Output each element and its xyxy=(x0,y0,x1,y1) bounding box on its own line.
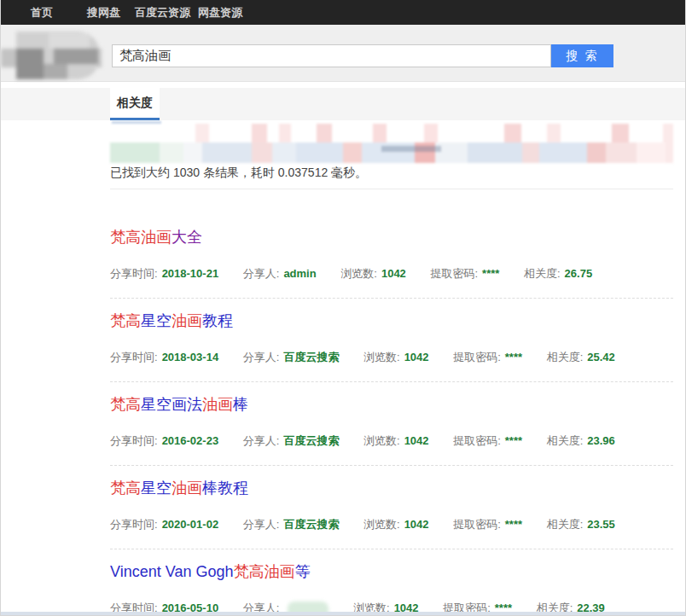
relevance-label: 相关度: xyxy=(547,351,584,363)
title-segment: 梵高 xyxy=(110,396,141,413)
password-group: 提取密码:**** xyxy=(453,351,522,363)
relevance-value: 23.55 xyxy=(587,518,615,531)
title-segment: 梵高 xyxy=(110,479,141,497)
title-segment: 油画 xyxy=(172,479,202,497)
result-title-link[interactable]: 梵高星空画法油画棒 xyxy=(110,396,248,413)
views-group: 浏览数:1042 xyxy=(363,434,429,447)
password-group: 提取密码:**** xyxy=(430,267,499,280)
views-value: 1042 xyxy=(404,434,429,447)
relevance-value: 26.75 xyxy=(565,267,593,280)
share-time-value: 2016-02-23 xyxy=(162,434,219,447)
views-label: 浏览数: xyxy=(340,267,377,280)
nav-item-home[interactable]: 首页 xyxy=(31,5,53,20)
result-item: 梵高油画大全 分享时间:2018-10-21 分享人:admin 浏览数:104… xyxy=(110,215,673,299)
nav-item-baidu-resources[interactable]: 百度云资源 xyxy=(135,5,190,20)
title-segment: 星空画法 xyxy=(141,396,202,413)
password-group: 提取密码:**** xyxy=(453,434,522,447)
password-label: 提取密码: xyxy=(453,434,501,447)
ad-banner-blurred[interactable] xyxy=(110,124,673,163)
relevance-group: 相关度:23.55 xyxy=(547,518,615,531)
result-item: 梵高星空油画教程 分享时间:2018-03-14 分享人:百度云搜索 浏览数:1… xyxy=(110,299,673,382)
password-label: 提取密码: xyxy=(430,267,478,280)
title-segment: 教程 xyxy=(202,312,233,329)
password-value: **** xyxy=(505,351,522,363)
share-time-label: 分享时间: xyxy=(110,267,158,280)
tab-strip: 相关度 xyxy=(1,88,685,120)
title-segment: 等 xyxy=(294,563,310,580)
result-title: 梵高油画大全 xyxy=(110,227,673,247)
share-time-group: 分享时间:2020-01-02 xyxy=(110,518,218,531)
result-title: 梵高星空画法油画棒 xyxy=(110,394,673,415)
summary-divider xyxy=(110,189,673,189)
views-value: 1042 xyxy=(404,351,429,363)
title-segment: 星空 xyxy=(141,312,172,329)
views-group: 浏览数:1042 xyxy=(340,267,406,280)
result-title-link[interactable]: 梵高星空油画教程 xyxy=(110,312,233,329)
share-time-group: 分享时间:2018-03-14 xyxy=(110,351,218,363)
tab-relevance[interactable]: 相关度 xyxy=(110,88,160,120)
result-title: Vincent Van Gogh梵高油画等 xyxy=(110,561,673,582)
sharer-group: 分享人:百度云搜索 xyxy=(243,518,340,531)
result-title-link[interactable]: Vincent Van Gogh梵高油画等 xyxy=(110,563,310,580)
result-item: 梵高星空油画棒教程 分享时间:2020-01-02 分享人:百度云搜索 浏览数:… xyxy=(110,466,673,549)
result-title-link[interactable]: 梵高油画大全 xyxy=(110,229,202,246)
result-meta: 分享时间:2018-10-21 分享人:admin 浏览数:1042 提取密码:… xyxy=(110,266,673,298)
password-label: 提取密码: xyxy=(453,351,501,363)
results-list: 梵高油画大全 分享时间:2018-10-21 分享人:admin 浏览数:104… xyxy=(110,215,673,616)
search-header: 搜 索 xyxy=(1,25,685,82)
ad-text-smudge xyxy=(381,146,441,152)
nav-item-search-pan[interactable]: 搜网盘 xyxy=(87,5,120,20)
share-time-group: 分享时间:2016-02-23 xyxy=(110,434,218,447)
password-label: 提取密码: xyxy=(453,518,501,531)
title-segment: 棒 xyxy=(233,396,248,413)
relevance-group: 相关度:23.96 xyxy=(547,434,615,447)
sharer-group: 分享人:百度云搜索 xyxy=(243,351,340,363)
title-segment: 大全 xyxy=(172,229,202,246)
views-group: 浏览数:1042 xyxy=(363,518,429,531)
search-button[interactable]: 搜 索 xyxy=(551,44,613,67)
views-group: 浏览数:1042 xyxy=(363,351,429,363)
result-title: 梵高星空油画教程 xyxy=(110,311,673,331)
title-segment: 油画 xyxy=(202,396,233,413)
result-title-link[interactable]: 梵高星空油画棒教程 xyxy=(110,479,248,497)
site-logo-blurred[interactable] xyxy=(1,32,103,80)
views-value: 1042 xyxy=(404,518,429,531)
share-time-group: 分享时间:2018-10-21 xyxy=(110,267,218,280)
result-item: 梵高星空画法油画棒 分享时间:2016-02-23 分享人:百度云搜索 浏览数:… xyxy=(110,382,673,466)
views-value: 1042 xyxy=(381,267,406,280)
sharer-label: 分享人: xyxy=(243,518,280,531)
sharer-label: 分享人: xyxy=(243,351,280,363)
relevance-group: 相关度:25.42 xyxy=(547,351,615,363)
result-meta: 分享时间:2018-03-14 分享人:百度云搜索 浏览数:1042 提取密码:… xyxy=(110,350,673,381)
share-time-value: 2018-03-14 xyxy=(162,351,219,363)
share-time-value: 2020-01-02 xyxy=(162,518,219,531)
search-input[interactable] xyxy=(112,44,551,67)
sharer-value: admin xyxy=(283,267,316,280)
result-summary: 已找到大约 1030 条结果，耗时 0.037512 毫秒。 xyxy=(110,164,671,181)
views-label: 浏览数: xyxy=(363,434,400,447)
sharer-label: 分享人: xyxy=(243,434,280,447)
nav-item-pan-resources[interactable]: 网盘资源 xyxy=(198,5,242,20)
password-group: 提取密码:**** xyxy=(453,518,522,531)
title-segment: 油画 xyxy=(172,312,202,329)
share-time-label: 分享时间: xyxy=(110,518,158,531)
sharer-group: 分享人:admin xyxy=(243,267,317,280)
relevance-label: 相关度: xyxy=(524,267,561,280)
search-form: 搜 索 xyxy=(112,44,613,67)
relevance-label: 相关度: xyxy=(547,434,584,447)
ad-mosaic-row-1 xyxy=(110,124,673,142)
sharer-value: 百度云搜索 xyxy=(283,351,339,363)
title-segment: 梵高油画 xyxy=(233,563,294,580)
title-segment: 星空 xyxy=(141,479,172,497)
search-results-page: 首页 搜网盘 百度云资源 网盘资源 搜 索 相关度 xyxy=(0,0,686,616)
relevance-value: 23.96 xyxy=(587,434,615,447)
title-segment: 梵高 xyxy=(110,312,141,329)
share-time-value: 2018-10-21 xyxy=(162,267,219,280)
password-value: **** xyxy=(505,518,522,531)
title-segment: Vincent Van Gogh xyxy=(110,563,233,580)
result-meta: 分享时间:2020-01-02 分享人:百度云搜索 浏览数:1042 提取密码:… xyxy=(110,517,673,549)
sharer-label: 分享人: xyxy=(243,267,280,280)
result-item: Vincent Van Gogh梵高油画等 分享时间:2016-05-10 分享… xyxy=(110,549,673,616)
password-value: **** xyxy=(482,267,499,280)
share-time-label: 分享时间: xyxy=(110,351,158,363)
